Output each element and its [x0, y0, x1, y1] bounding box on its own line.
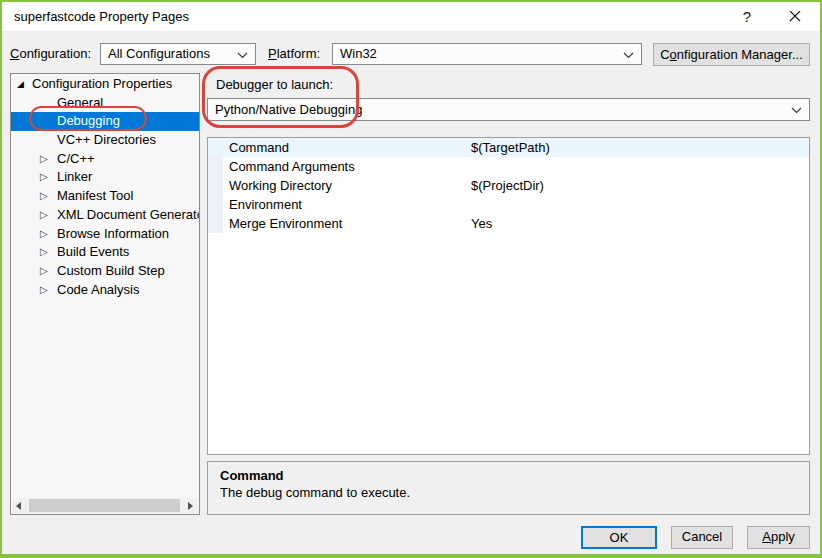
tree-collapsed-icon[interactable]: ▷	[40, 187, 54, 206]
tree-item-xml-document-generator[interactable]: ▷ XML Document Generator	[11, 206, 199, 225]
configuration-combobox-value: All Configurations	[108, 46, 210, 61]
chevron-down-icon[interactable]	[237, 52, 248, 59]
tree-item-general[interactable]: General	[11, 94, 199, 113]
titlebar: superfastcode Property Pages ?	[2, 2, 820, 31]
tree-horizontal-scrollbar[interactable]	[12, 498, 198, 513]
window-title: superfastcode Property Pages	[14, 2, 189, 31]
help-icon: ?	[743, 8, 751, 25]
tree-collapsed-icon[interactable]: ▷	[40, 262, 54, 281]
ok-button[interactable]: OK	[581, 526, 657, 549]
property-row-merge-environment[interactable]: Merge Environment Yes	[208, 214, 809, 233]
property-value-cell[interactable]	[464, 157, 809, 176]
tree-item-browse-information[interactable]: ▷ Browse Information	[11, 225, 199, 244]
scroll-left-button[interactable]	[12, 498, 27, 513]
property-value-cell[interactable]: Yes	[464, 214, 809, 233]
debugger-combobox[interactable]: Python/Native Debugging	[207, 98, 810, 121]
description-panel: Command The debug command to execute.	[207, 461, 810, 515]
property-name-cell[interactable]: Working Directory	[223, 176, 464, 195]
property-value-cell[interactable]	[464, 195, 809, 214]
configuration-combobox[interactable]: All Configurations	[100, 43, 256, 65]
tree-collapsed-icon[interactable]: ▷	[40, 225, 54, 244]
property-row-command-arguments[interactable]: Command Arguments	[208, 157, 809, 176]
tree-item-code-analysis[interactable]: ▷ Code Analysis	[11, 281, 199, 300]
grid-rows: Command $(TargetPath) Command Arguments …	[208, 138, 809, 233]
scroll-right-button[interactable]	[183, 498, 198, 513]
tree-item-configuration-properties[interactable]: ◢ Configuration Properties	[11, 75, 199, 94]
right-arrow-icon	[188, 502, 193, 510]
tree-collapsed-icon[interactable]: ▷	[40, 168, 54, 187]
configuration-label: Configuration:	[10, 44, 91, 64]
property-grid: Command $(TargetPath) Command Arguments …	[207, 137, 810, 455]
tree-item-manifest-tool[interactable]: ▷ Manifest Tool	[11, 187, 199, 206]
property-name-cell[interactable]: Command	[223, 138, 464, 157]
tree-item-debugging[interactable]: Debugging	[11, 112, 199, 131]
chevron-down-icon[interactable]	[791, 107, 802, 114]
property-name-cell[interactable]: Merge Environment	[223, 214, 464, 233]
help-button[interactable]: ?	[732, 2, 762, 31]
property-row-command[interactable]: Command $(TargetPath)	[208, 138, 809, 157]
close-button[interactable]	[780, 2, 810, 31]
platform-label: Platform:	[268, 44, 320, 64]
platform-combobox[interactable]: Win32	[332, 43, 642, 65]
property-pages-dialog: superfastcode Property Pages ? Configura…	[0, 0, 822, 558]
tree-collapsed-icon[interactable]: ▷	[40, 206, 54, 225]
property-row-working-directory[interactable]: Working Directory $(ProjectDir)	[208, 176, 809, 195]
cancel-button[interactable]: Cancel	[671, 526, 733, 549]
platform-combobox-value: Win32	[340, 46, 377, 61]
property-value-cell[interactable]: $(ProjectDir)	[464, 176, 809, 195]
property-row-environment[interactable]: Environment	[208, 195, 809, 214]
window-border	[0, 554, 822, 558]
properties-tree: ◢ Configuration Properties General Debug…	[10, 73, 200, 515]
tree-item-custom-build-step[interactable]: ▷ Custom Build Step	[11, 262, 199, 281]
tree-item-c-cpp[interactable]: ▷ C/C++	[11, 150, 199, 169]
tree-item-vcpp-directories[interactable]: VC++ Directories	[11, 131, 199, 150]
property-value-cell[interactable]: $(TargetPath)	[464, 138, 809, 157]
tree-collapsed-icon[interactable]: ▷	[40, 243, 54, 262]
close-icon	[780, 11, 810, 22]
scrollbar-thumb[interactable]	[29, 499, 180, 512]
tree-collapsed-icon[interactable]: ▷	[40, 281, 54, 300]
description-title: Command	[220, 467, 797, 484]
description-text: The debug command to execute.	[220, 484, 797, 502]
tree-collapsed-icon[interactable]: ▷	[40, 150, 54, 169]
left-arrow-icon	[16, 502, 21, 510]
debugger-combobox-value: Python/Native Debugging	[215, 102, 362, 117]
tree-item-build-events[interactable]: ▷ Build Events	[11, 243, 199, 262]
debugger-to-launch-label: Debugger to launch:	[216, 75, 333, 95]
tree-rows: ◢ Configuration Properties General Debug…	[11, 75, 199, 299]
property-name-cell[interactable]: Environment	[223, 195, 464, 214]
chevron-down-icon[interactable]	[623, 52, 634, 59]
property-name-cell[interactable]: Command Arguments	[223, 157, 464, 176]
configuration-manager-button[interactable]: Configuration Manager...	[653, 43, 810, 66]
tree-item-linker[interactable]: ▷ Linker	[11, 168, 199, 187]
tree-expanded-icon[interactable]: ◢	[17, 75, 31, 94]
apply-button[interactable]: Apply	[747, 526, 810, 549]
